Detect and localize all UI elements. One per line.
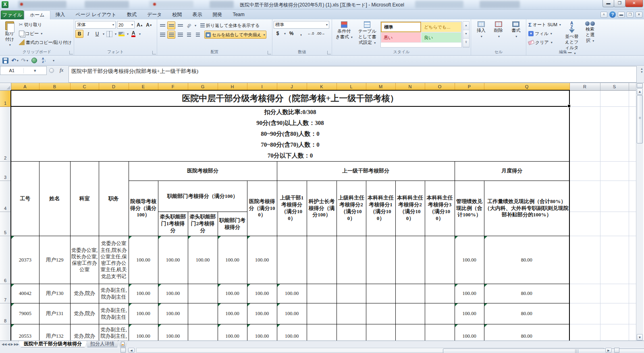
cell-J7[interactable]: 100.00 — [277, 284, 307, 303]
cell-J9[interactable]: 100.00 — [277, 324, 307, 341]
cell-N7[interactable] — [395, 284, 425, 303]
cell-style-bad[interactable]: 悪い — [381, 32, 421, 43]
cell-G7[interactable] — [188, 284, 218, 303]
ribbon-tab-4[interactable]: 数式 — [122, 10, 142, 19]
font-dialog-launcher-icon[interactable] — [152, 51, 156, 54]
cell-D9[interactable]: 党办副主任,院办副主任,院史档案馆 — [99, 324, 129, 341]
column-header-K[interactable]: K — [307, 83, 337, 90]
prev-sheet-icon[interactable]: ◀ — [7, 343, 10, 346]
align-middle-icon[interactable] — [167, 21, 175, 29]
cell-S9[interactable] — [600, 324, 629, 341]
cell-B9[interactable]: 用户132 — [39, 324, 70, 341]
cell-Q9[interactable]: 80.00 — [484, 324, 569, 341]
tab-split-box[interactable] — [120, 348, 126, 353]
hyperlink-icon[interactable] — [31, 57, 38, 64]
cell-G9[interactable] — [188, 324, 218, 341]
fx-icon[interactable]: fx — [60, 67, 63, 73]
column-header-L[interactable]: L — [337, 83, 366, 90]
sort-filter-button[interactable]: AZ 並べ替えとフィルター ▾ — [562, 20, 582, 49]
merge-center-button[interactable]: ▣セルを結合して中央揃え▾ — [204, 31, 266, 39]
align-left-icon[interactable] — [158, 31, 166, 39]
header-department[interactable]: 科室 — [70, 162, 99, 236]
cell-H8[interactable]: 100.00 — [218, 303, 247, 324]
header-name[interactable]: 姓名 — [39, 162, 70, 236]
row-header-5[interactable]: 5 — [0, 212, 11, 236]
vertical-split-box[interactable] — [637, 83, 643, 88]
row-header-1[interactable]: 1 — [0, 90, 11, 106]
cell-F7[interactable]: 100.00 — [158, 284, 188, 303]
collapse-ribbon-icon[interactable]: ˄ — [600, 12, 607, 18]
row-header-8[interactable]: 8 — [0, 303, 11, 324]
cell-R6[interactable] — [569, 236, 600, 284]
cell-L6[interactable] — [337, 236, 366, 284]
cell-I9[interactable]: 100.00 — [247, 324, 277, 341]
redo-icon[interactable]: ↷▾ — [21, 57, 28, 64]
header-position[interactable]: 职务 — [99, 162, 129, 236]
workbook-minimize-icon[interactable]: ▬ — [618, 12, 625, 18]
cell-J6[interactable] — [277, 236, 307, 284]
cell-style-good[interactable]: 良い — [421, 32, 461, 43]
cell-A6[interactable]: 20373 — [11, 236, 39, 284]
percent-style-icon[interactable]: % — [287, 29, 295, 37]
cell-S1[interactable] — [600, 90, 629, 106]
alignment-dialog-launcher-icon[interactable] — [268, 51, 271, 54]
column-header-C[interactable]: C — [70, 83, 99, 90]
copy-button[interactable]: コピー▾ — [18, 29, 73, 38]
scroll-right-icon[interactable]: ▶ — [605, 348, 612, 353]
sort-ascending-icon[interactable]: AZ↓ — [40, 57, 48, 64]
row-header-7[interactable]: 7 — [0, 284, 11, 303]
header-group-senior-cadre[interactable]: 上一级干部考核部分 — [277, 162, 455, 181]
header-col-g[interactable]: 牵头职能部门2考核得分 — [188, 212, 218, 236]
cell-G6[interactable]: 100.00 — [188, 236, 218, 284]
column-header-E[interactable]: E — [129, 83, 158, 90]
column-header-O[interactable]: O — [425, 83, 455, 90]
cell-O8[interactable] — [425, 303, 455, 324]
workbook-close-icon[interactable]: ✕ — [636, 12, 642, 18]
fill-button[interactable]: ▼フィル▾ — [528, 29, 562, 38]
cell-R4[interactable] — [569, 181, 600, 212]
close-button[interactable]: ✕ — [625, 0, 643, 7]
cell-R3[interactable] — [569, 162, 600, 181]
insert-cells-button[interactable]: 挿入▾ — [475, 20, 488, 49]
clipboard-dialog-launcher-icon[interactable] — [69, 51, 73, 54]
cell-M6[interactable] — [366, 236, 395, 284]
cell-P8[interactable]: 100.00 — [455, 303, 484, 324]
sheet-tab-1[interactable]: 医院中层干部分级考核得分 — [19, 341, 87, 347]
cell-R9[interactable] — [569, 324, 600, 341]
ribbon-tab-1[interactable]: ホーム — [24, 10, 50, 19]
next-sheet-icon[interactable]: ▶ — [10, 343, 13, 346]
help-icon[interactable]: ? — [609, 11, 616, 18]
vertical-scrollbar[interactable]: ▲ ▼ — [636, 83, 643, 341]
align-top-icon[interactable] — [158, 21, 166, 29]
font-size-combo[interactable]: 20▾ — [117, 21, 135, 29]
cell-S2[interactable] — [600, 106, 629, 162]
column-header-N[interactable]: N — [395, 83, 425, 90]
cell-M9[interactable] — [366, 324, 395, 341]
column-header-R[interactable]: R — [569, 83, 600, 90]
row-header-9[interactable]: 9 — [0, 324, 11, 341]
fill-color-icon[interactable] — [117, 30, 125, 38]
underline-button[interactable]: U — [93, 30, 101, 38]
cell-C6[interactable]: 党委办公室,院长办公室,保密工作办公室 — [70, 236, 99, 284]
cell-S5[interactable] — [600, 212, 629, 236]
column-header-S[interactable]: S — [600, 83, 629, 90]
header-col-k[interactable]: 科护士长考核得分（满分100） — [307, 181, 337, 236]
ribbon-tab-5[interactable]: データ — [142, 10, 167, 19]
cell-S8[interactable] — [600, 303, 629, 324]
cell-B7[interactable]: 用户130 — [39, 284, 70, 303]
cell-O7[interactable] — [425, 284, 455, 303]
borders-icon[interactable] — [105, 30, 113, 38]
cell-L9[interactable] — [337, 324, 366, 341]
cell-Q6[interactable]: 80.00 — [484, 236, 569, 284]
cell-D6[interactable]: 党委办公室主任,院长办公室主任,保密工作办公室主任,机关党总支书记 — [99, 236, 129, 284]
cell-R8[interactable] — [569, 303, 600, 324]
restore-button[interactable]: ❐ — [614, 0, 625, 7]
cell-F9[interactable]: 100.00 — [158, 324, 188, 341]
cell-D8[interactable]: 党办副主任,院办副主任 — [99, 303, 129, 324]
scroll-down-icon[interactable]: ▼ — [637, 334, 643, 341]
cell-H9[interactable]: 100.00 — [218, 324, 247, 341]
header-col-e[interactable]: 院领导考核得分（满分100） — [129, 181, 158, 236]
cell-E7[interactable]: 100.00 — [129, 284, 158, 303]
align-center-icon[interactable] — [167, 31, 175, 39]
horizontal-scroll-track[interactable]: ||| — [136, 348, 604, 353]
